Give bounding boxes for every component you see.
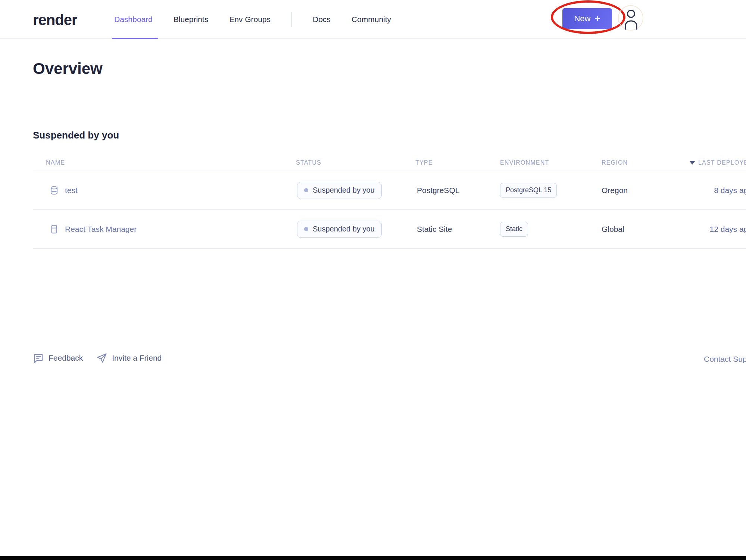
contact-support-link[interactable]: Contact Support	[704, 355, 746, 364]
nav-item-label: Community	[352, 15, 391, 24]
column-header-type[interactable]: TYPE	[413, 159, 498, 166]
table-row[interactable]: React Task Manager Suspended by you Stat…	[33, 210, 746, 249]
table-row[interactable]: test Suspended by you PostgreSQL Postgre…	[33, 171, 746, 210]
service-name-link[interactable]: React Task Manager	[65, 225, 137, 234]
last-deploy-cell: 8 days ago	[714, 186, 746, 195]
column-header-name[interactable]: NAME	[33, 159, 294, 166]
render-dashboard-screen: render Dashboard Blueprints Env Groups D…	[0, 0, 746, 560]
name-cell: React Task Manager	[33, 224, 294, 234]
account-button[interactable]	[624, 9, 638, 31]
column-header-label: LAST DEPLOYED	[698, 159, 746, 166]
nav-divider	[291, 12, 292, 27]
services-table: NAME STATUS TYPE ENVIRONMENT REGION LAST…	[33, 155, 746, 249]
static-site-icon	[49, 224, 59, 234]
column-header-environment[interactable]: ENVIRONMENT	[498, 159, 600, 166]
feedback-link[interactable]: Feedback	[33, 352, 83, 364]
environment-cell: PostgreSQL 15	[498, 183, 600, 198]
nav-item-blueprints[interactable]: Blueprints	[174, 0, 208, 39]
nav-item-community[interactable]: Community	[352, 0, 391, 39]
type-cell: PostgreSQL	[413, 186, 498, 195]
render-logo[interactable]: render	[33, 12, 77, 28]
environment-cell: Static	[498, 222, 600, 237]
feedback-label: Feedback	[49, 354, 83, 363]
database-icon	[49, 186, 59, 195]
nav-item-env-groups[interactable]: Env Groups	[229, 0, 271, 39]
window-bottom-edge	[0, 556, 746, 560]
status-label: Suspended by you	[313, 225, 375, 233]
nav-item-label: Env Groups	[229, 15, 271, 24]
environment-badge: PostgreSQL 15	[500, 183, 557, 198]
footer-links: Feedback Invite a Friend	[33, 352, 162, 364]
environment-badge: Static	[500, 222, 528, 237]
column-header-status[interactable]: STATUS	[294, 159, 413, 166]
type-cell: Static Site	[413, 225, 498, 234]
name-cell: test	[33, 186, 294, 195]
status-cell: Suspended by you	[294, 221, 413, 238]
page-title: Overview	[33, 60, 103, 78]
nav-item-dashboard[interactable]: Dashboard	[114, 0, 153, 39]
last-deploy-cell: 12 days ago	[710, 225, 746, 234]
column-header-region[interactable]: REGION	[600, 159, 689, 166]
plus-icon: +	[594, 13, 600, 23]
status-badge: Suspended by you	[297, 182, 382, 199]
region-cell: Oregon	[600, 186, 689, 195]
nav-item-docs[interactable]: Docs	[313, 0, 331, 39]
invite-friend-link[interactable]: Invite a Friend	[96, 352, 162, 364]
feedback-bubble-icon	[33, 352, 44, 364]
status-badge: Suspended by you	[297, 221, 382, 238]
region-cell: Global	[600, 225, 689, 234]
invite-friend-label: Invite a Friend	[112, 354, 162, 363]
new-button-label: New	[574, 14, 590, 24]
primary-nav: Dashboard Blueprints Env Groups Docs Com…	[114, 0, 391, 39]
sort-desc-icon	[690, 161, 695, 165]
nav-item-label: Blueprints	[174, 15, 208, 24]
nav-item-label: Dashboard	[114, 15, 153, 24]
service-name-link[interactable]: test	[65, 186, 78, 195]
status-dot-icon	[304, 188, 308, 192]
top-navigation-bar: render Dashboard Blueprints Env Groups D…	[0, 0, 746, 39]
status-cell: Suspended by you	[294, 182, 413, 199]
person-icon	[624, 9, 638, 31]
table-header-row: NAME STATUS TYPE ENVIRONMENT REGION LAST…	[33, 155, 746, 171]
new-button[interactable]: New +	[562, 8, 612, 29]
status-dot-icon	[304, 227, 308, 231]
paper-plane-icon	[96, 352, 107, 364]
status-label: Suspended by you	[313, 186, 375, 195]
nav-item-label: Docs	[313, 15, 331, 24]
section-title: Suspended by you	[33, 130, 119, 141]
column-header-last-deploy[interactable]: LAST DEPLOYED	[689, 159, 746, 166]
